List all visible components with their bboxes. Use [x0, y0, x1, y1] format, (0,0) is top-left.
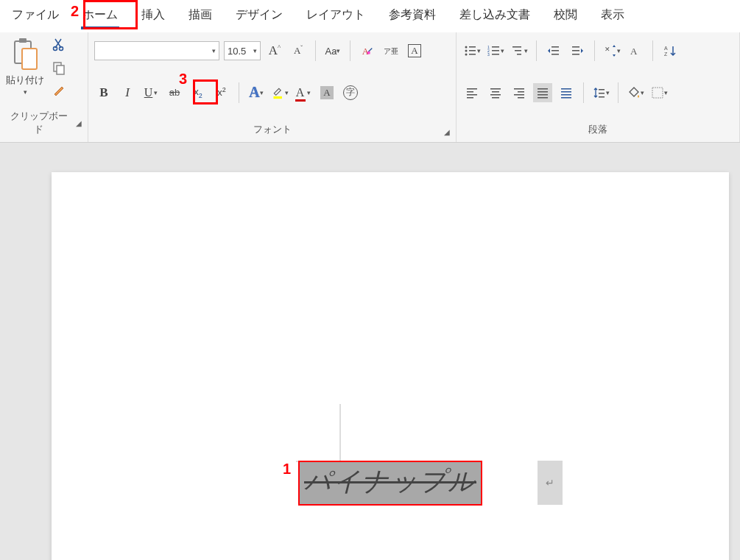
- numbering-button[interactable]: 123▾: [486, 41, 505, 60]
- phonetic-guide-button[interactable]: ア亜: [381, 41, 401, 60]
- svg-rect-28: [572, 46, 579, 48]
- svg-point-12: [465, 50, 467, 52]
- svg-rect-47: [538, 88, 548, 90]
- font-name-combo[interactable]: ▾: [94, 41, 219, 60]
- distribute-button[interactable]: [557, 83, 576, 102]
- font-size-value: 10.5: [228, 46, 246, 57]
- svg-rect-6: [57, 65, 64, 74]
- svg-text:A: A: [362, 46, 369, 57]
- char-border-button[interactable]: A: [405, 41, 424, 60]
- group-clipboard: 貼り付け ▾ クリップボード ◢: [0, 32, 88, 142]
- svg-rect-54: [561, 97, 571, 99]
- group-paragraph-label: 段落: [588, 123, 607, 136]
- svg-text:✕: ✕: [605, 46, 610, 53]
- svg-rect-41: [490, 94, 501, 96]
- align-center-button[interactable]: [486, 83, 505, 102]
- paste-button[interactable]: 貼り付け ▾: [6, 37, 44, 96]
- svg-rect-8: [367, 52, 370, 54]
- svg-rect-25: [552, 46, 559, 48]
- svg-rect-43: [514, 88, 524, 90]
- svg-rect-29: [572, 50, 579, 52]
- svg-rect-49: [538, 94, 548, 96]
- svg-rect-13: [469, 50, 476, 52]
- tab-design[interactable]: デザイン: [224, 0, 295, 32]
- italic-button[interactable]: I: [118, 83, 137, 102]
- svg-rect-40: [492, 91, 499, 93]
- tab-file[interactable]: ファイル: [0, 0, 71, 32]
- svg-text:A: A: [664, 46, 668, 51]
- svg-rect-52: [561, 91, 571, 93]
- menu-bar: ファイル ホーム 挿入 描画 デザイン レイアウト 参考資料 差し込み文書 校閲…: [0, 0, 740, 32]
- clipboard-launcher-icon[interactable]: ◢: [76, 119, 82, 127]
- justify-button[interactable]: [533, 83, 552, 102]
- align-right-button[interactable]: [510, 83, 529, 102]
- bold-button[interactable]: B: [94, 83, 113, 102]
- svg-rect-2: [22, 49, 37, 69]
- line-spacing-button[interactable]: ▾: [591, 83, 610, 102]
- text-direction-button[interactable]: ✕▾: [602, 41, 621, 60]
- multilevel-list-button[interactable]: ▾: [510, 41, 529, 60]
- enclose-char-button[interactable]: 字: [341, 83, 360, 102]
- increase-indent-button[interactable]: [568, 41, 587, 60]
- svg-rect-50: [538, 97, 548, 99]
- text-effects-button[interactable]: A▾: [247, 83, 266, 102]
- svg-rect-42: [492, 97, 499, 99]
- subscript-button[interactable]: x2: [188, 83, 208, 102]
- grow-font-button[interactable]: A^: [265, 41, 284, 60]
- svg-rect-30: [572, 54, 579, 55]
- callout-number-1: 1: [283, 461, 291, 478]
- asian-layout-button[interactable]: A: [626, 41, 645, 60]
- cut-button[interactable]: [52, 37, 66, 52]
- sort-button[interactable]: AZ: [660, 41, 680, 60]
- svg-rect-44: [518, 91, 524, 93]
- tab-references[interactable]: 参考資料: [377, 0, 448, 32]
- svg-rect-24: [517, 54, 521, 55]
- underline-button[interactable]: U▾: [141, 83, 161, 102]
- svg-text:A: A: [630, 46, 638, 57]
- tab-review[interactable]: 校閲: [542, 0, 589, 32]
- group-font-label: フォント: [253, 123, 292, 136]
- format-painter-button[interactable]: [52, 84, 66, 99]
- svg-point-10: [465, 46, 467, 49]
- svg-rect-57: [599, 96, 605, 98]
- selected-text[interactable]: パイナップル: [298, 461, 482, 506]
- change-case-button[interactable]: Aa▾: [323, 41, 342, 60]
- svg-rect-53: [561, 94, 571, 96]
- svg-rect-48: [538, 91, 548, 93]
- ribbon: 貼り付け ▾ クリップボード ◢ ▾: [0, 32, 740, 143]
- tab-layout[interactable]: レイアウト: [295, 0, 377, 32]
- font-size-combo[interactable]: 10.5 ▾: [224, 41, 261, 60]
- svg-rect-37: [467, 94, 477, 96]
- svg-rect-51: [561, 88, 571, 90]
- group-paragraph: ▾ 123▾ ▾ ✕▾ A AZ ▾ ▾ ▾ 段落: [457, 32, 740, 142]
- svg-rect-22: [512, 46, 521, 48]
- callout-number-3: 3: [179, 71, 187, 88]
- paste-label: 貼り付け: [6, 74, 44, 87]
- font-launcher-icon[interactable]: ◢: [444, 128, 450, 136]
- superscript-button[interactable]: x2: [212, 83, 231, 102]
- tab-draw[interactable]: 描画: [177, 0, 224, 32]
- decrease-indent-button[interactable]: [544, 41, 563, 60]
- bullets-button[interactable]: ▾: [462, 41, 482, 60]
- font-color-button[interactable]: A▾: [294, 83, 313, 102]
- tab-home[interactable]: ホーム: [71, 0, 130, 32]
- svg-point-4: [60, 47, 63, 51]
- clear-formatting-button[interactable]: A: [358, 41, 377, 60]
- char-shading-button[interactable]: A: [317, 83, 336, 102]
- svg-rect-27: [552, 54, 559, 55]
- borders-button[interactable]: ▾: [649, 83, 669, 102]
- tab-mailings[interactable]: 差し込み文書: [448, 0, 542, 32]
- font-name-dropdown-icon: ▾: [212, 47, 216, 54]
- tab-insert[interactable]: 挿入: [130, 0, 177, 32]
- align-left-button[interactable]: [462, 83, 482, 102]
- svg-rect-36: [467, 91, 473, 93]
- group-font: ▾ 10.5 ▾ A^ Aˇ Aa▾ A ア亜 A B I U▾ ab x2 x…: [88, 32, 457, 142]
- shading-button[interactable]: ▾: [626, 83, 645, 102]
- svg-rect-1: [19, 38, 27, 43]
- page[interactable]: パイナップル ↵: [52, 172, 729, 560]
- shrink-font-button[interactable]: Aˇ: [289, 41, 308, 60]
- tab-view[interactable]: 表示: [589, 0, 636, 32]
- copy-button[interactable]: [52, 60, 66, 75]
- highlight-button[interactable]: ▾: [270, 83, 289, 102]
- paste-icon: [10, 37, 40, 72]
